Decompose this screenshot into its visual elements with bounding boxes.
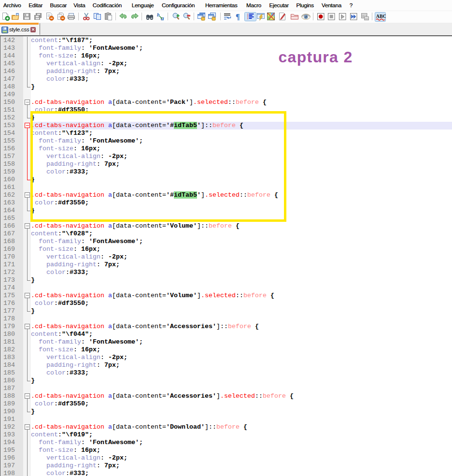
svg-text:ABC: ABC [376, 14, 386, 19]
svg-text:¶: ¶ [236, 13, 240, 21]
svg-text:b: b [157, 12, 160, 17]
